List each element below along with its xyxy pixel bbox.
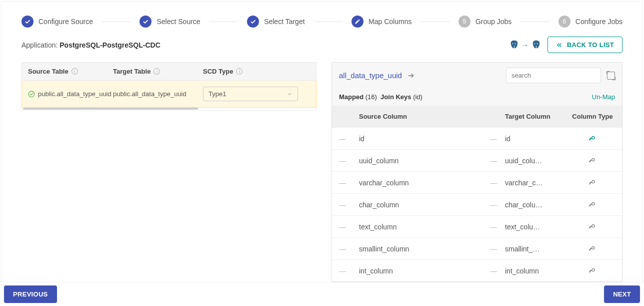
svg-point-1: [593, 136, 594, 137]
target-column-name: int_column: [505, 267, 570, 275]
drag-handle-icon[interactable]: —: [490, 201, 496, 209]
column-mapping-row[interactable]: —char_column—char_colu…: [332, 193, 622, 215]
column-mapping-row[interactable]: —smallint_column—smallint_…: [332, 237, 622, 259]
table-mapping-panel: Source Tablei Target Tablei SCD Typei pu…: [22, 62, 316, 282]
drag-handle-icon[interactable]: —: [490, 179, 496, 187]
drag-handle-icon[interactable]: —: [490, 157, 496, 165]
table-row[interactable]: public.all_data_type_uuidpublic.all_data…: [22, 81, 316, 108]
postgres-source-icon: [508, 40, 520, 51]
check-circle-icon: [28, 91, 35, 98]
step-connector: [314, 22, 343, 22]
column-mapping-row[interactable]: —id—id: [332, 127, 622, 149]
svg-point-6: [593, 246, 594, 247]
step-select-source[interactable]: Select Source: [140, 16, 200, 28]
next-button[interactable]: NEXT: [604, 285, 640, 303]
drag-handle-icon[interactable]: —: [490, 135, 496, 143]
db-connection-icons: →: [508, 40, 542, 51]
column-mapping-row[interactable]: —text_column—text_colu…: [332, 215, 622, 237]
target-column-name: varchar_c…: [505, 179, 570, 187]
step-map-columns[interactable]: Map Columns: [352, 16, 412, 28]
step-configure-source[interactable]: Configure Source: [22, 16, 93, 28]
target-column-name: uuid_colu…: [505, 157, 570, 165]
step-connector: [210, 22, 238, 22]
drag-handle-icon[interactable]: —: [490, 267, 496, 275]
step-connector: [102, 22, 131, 22]
drag-handle-icon[interactable]: —: [339, 201, 345, 209]
wizard-stepper: Configure SourceSelect SourceSelect Targ…: [22, 2, 622, 37]
target-column-name: char_colu…: [505, 201, 570, 209]
target-column-name: text_colu…: [505, 223, 570, 231]
mapping-summary: Mapped (16) Join Keys (id): [339, 93, 422, 101]
check-icon: [140, 16, 152, 28]
unmap-link[interactable]: Un-Map: [592, 93, 615, 101]
source-column-name: id: [359, 135, 490, 143]
application-name: PostgreSQL-PostgreSQL-CDC: [60, 41, 160, 49]
scd-value: Type1: [208, 90, 226, 98]
header-source-table: Source Tablei: [28, 68, 113, 75]
header-source-column: Source Column: [359, 113, 490, 120]
key-icon[interactable]: [588, 134, 596, 143]
check-icon: [22, 16, 34, 28]
mapping-title[interactable]: all_data_type_uuid: [339, 71, 415, 80]
drag-handle-icon[interactable]: —: [490, 245, 496, 253]
step-configure-jobs[interactable]: 6Configure Jobs: [558, 16, 622, 28]
step-group-jobs[interactable]: 5Group Jobs: [458, 16, 512, 28]
info-icon[interactable]: i: [154, 68, 160, 75]
drag-handle-icon[interactable]: —: [339, 245, 345, 253]
previous-button[interactable]: PREVIOUS: [4, 285, 57, 303]
step-label: Map Columns: [368, 18, 412, 26]
arrow-right-icon: →: [522, 41, 528, 49]
step-number-icon: 5: [458, 16, 470, 28]
chevron-double-left-icon: [556, 42, 563, 49]
header-scd-type: SCD Typei: [203, 68, 310, 75]
header-target-table: Target Tablei: [113, 68, 203, 75]
drag-handle-icon[interactable]: —: [339, 179, 345, 187]
step-label: Configure Jobs: [576, 18, 622, 26]
step-connector: [520, 22, 550, 22]
info-icon[interactable]: i: [72, 68, 78, 75]
horizontal-scrollbar[interactable]: [22, 108, 316, 111]
step-number-icon: 6: [558, 16, 570, 28]
key-icon[interactable]: [588, 244, 596, 253]
step-label: Configure Source: [38, 18, 93, 26]
target-column-name: smallint_…: [505, 245, 570, 253]
svg-point-2: [593, 158, 594, 159]
target-column-name: id: [505, 135, 570, 143]
scd-type-select[interactable]: Type1: [203, 87, 298, 101]
step-label: Group Jobs: [476, 18, 512, 26]
source-column-name: uuid_column: [359, 157, 490, 165]
arrow-right-icon: [407, 72, 415, 80]
step-label: Select Source: [156, 18, 200, 26]
chevron-down-icon: [286, 91, 292, 97]
key-icon[interactable]: [588, 178, 596, 187]
key-icon[interactable]: [588, 200, 596, 209]
key-icon[interactable]: [588, 156, 596, 165]
back-to-list-button[interactable]: BACK TO LIST: [548, 37, 622, 53]
step-connector: [420, 22, 450, 22]
info-icon[interactable]: i: [236, 68, 242, 75]
drag-handle-icon[interactable]: —: [339, 223, 345, 231]
column-mapping-row[interactable]: —varchar_column—varchar_c…: [332, 171, 622, 193]
check-icon: [247, 16, 259, 28]
search-input[interactable]: [506, 68, 601, 83]
svg-point-3: [593, 180, 594, 181]
header-target-column: Target Column: [505, 113, 570, 120]
header-column-type: Column Type: [570, 113, 615, 120]
step-label: Select Target: [264, 18, 304, 26]
postgres-target-icon: [530, 40, 542, 51]
drag-handle-icon[interactable]: —: [339, 135, 345, 143]
step-select-target[interactable]: Select Target: [247, 16, 304, 28]
key-icon[interactable]: [588, 222, 596, 231]
drag-handle-icon[interactable]: —: [490, 223, 496, 231]
column-mapping-row[interactable]: —int_column—int_column: [332, 259, 622, 281]
source-column-name: int_column: [359, 267, 490, 275]
drag-handle-icon[interactable]: —: [339, 157, 345, 165]
source-column-name: smallint_column: [359, 245, 490, 253]
fullscreen-icon[interactable]: [607, 72, 615, 80]
svg-point-5: [593, 224, 594, 225]
column-mapping-row[interactable]: —uuid_column—uuid_colu…: [332, 149, 622, 171]
pencil-icon: [352, 16, 364, 28]
key-icon[interactable]: [588, 266, 596, 275]
drag-handle-icon[interactable]: —: [339, 267, 345, 275]
source-column-name: varchar_column: [359, 179, 490, 187]
